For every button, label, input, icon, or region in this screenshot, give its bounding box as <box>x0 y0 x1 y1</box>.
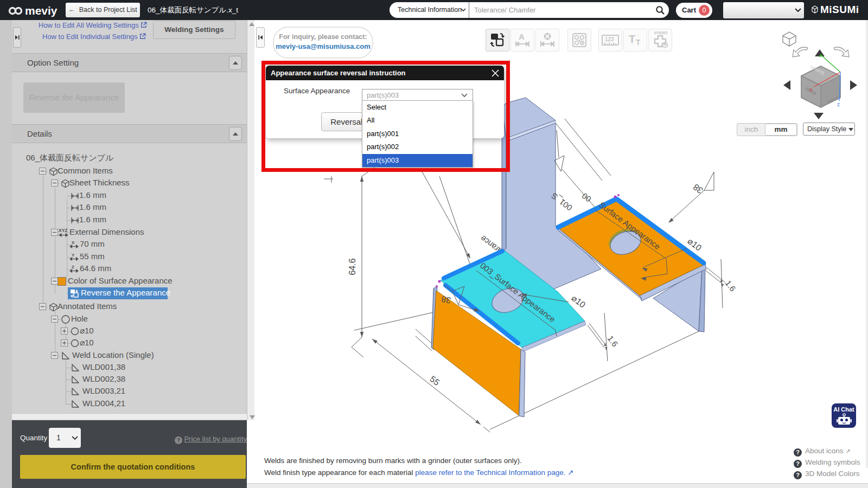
svg-text:XYZ: XYZ <box>59 228 68 233</box>
svg-text:X: X <box>72 240 75 245</box>
svg-text:1.6: 1.6 <box>606 334 620 349</box>
svg-text:123: 123 <box>605 36 614 42</box>
svg-text:A: A <box>519 32 525 41</box>
svg-text:38: 38 <box>441 294 452 305</box>
svg-text:Y: Y <box>72 253 75 258</box>
svg-text:T: T <box>629 33 635 45</box>
svg-text:38: 38 <box>691 182 705 195</box>
svg-text:64.6: 64.6 <box>348 258 357 275</box>
svg-text:x: x <box>809 87 812 93</box>
svg-text:meviy: meviy <box>25 4 58 17</box>
svg-text:55: 55 <box>428 374 442 387</box>
svg-text:Z: Z <box>72 265 74 269</box>
svg-text:z: z <box>837 101 840 107</box>
svg-text:1.6: 1.6 <box>724 279 738 293</box>
svg-text:⌀10: ⌀10 <box>570 293 587 310</box>
svg-text:6VIEWS: 6VIEWS <box>654 31 668 35</box>
svg-text:T: T <box>636 38 641 47</box>
